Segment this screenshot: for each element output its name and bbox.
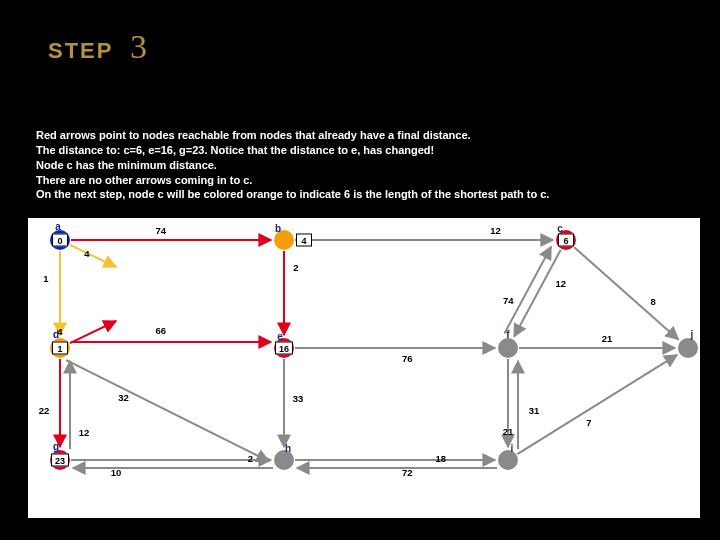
edge-weight-e-f: 76 xyxy=(402,353,413,364)
edge-weight-d-h: 32 xyxy=(118,391,129,402)
node-label-a: a xyxy=(55,221,61,232)
node-label-c: c xyxy=(557,223,563,234)
edge-weight-a-d: 1 xyxy=(43,272,48,283)
edge-weight-h-g: 2 xyxy=(248,453,253,464)
edge-weight-i-f: 31 xyxy=(529,404,540,415)
edge-d-h xyxy=(66,360,269,461)
edge-weight-f-i: 21 xyxy=(503,425,514,436)
edge-weight-h-i: 72 xyxy=(402,467,413,478)
desc-line: There are no other arrows coming in to c… xyxy=(36,173,696,188)
edge-weight-d-e: 66 xyxy=(156,325,167,336)
step-number: 3 xyxy=(130,28,147,66)
node-dist-d: 1 xyxy=(52,342,68,355)
node-label-j: j xyxy=(691,329,694,340)
edge-a-e xyxy=(70,245,116,267)
edge-weight-d-g: 22 xyxy=(39,404,50,415)
edge-weight-e-h: 33 xyxy=(293,393,304,404)
desc-line: Red arrows point to nodes reachable from… xyxy=(36,128,696,143)
edge-weight-a-e: 4 xyxy=(84,247,89,258)
graph-edges xyxy=(28,218,700,518)
edge-weight-c-f: 12 xyxy=(556,278,567,289)
edge-weight-f-c: 74 xyxy=(503,295,514,306)
node-dist-e: 16 xyxy=(275,342,293,355)
edge-weight-i-j: 7 xyxy=(586,416,591,427)
edge-weight-g-h: 10 xyxy=(111,467,122,478)
step-label: STEP xyxy=(48,38,113,64)
edge-f-c xyxy=(504,247,551,334)
desc-line: Node c has the minimum distance. xyxy=(36,158,696,173)
edge-weight-f-j: 21 xyxy=(602,333,613,344)
node-label-g: g xyxy=(53,441,59,452)
node-i xyxy=(498,450,518,470)
edge-weight-i-h: 18 xyxy=(436,453,447,464)
edge-weight-g-d: 12 xyxy=(79,427,90,438)
node-dist-a: 0 xyxy=(52,234,68,247)
node-dist-g: 23 xyxy=(51,454,69,467)
node-label-i: i xyxy=(511,443,514,454)
node-label-e: e xyxy=(277,331,283,342)
slide-header: STEP 3 xyxy=(0,0,720,100)
edge-weight-c-j: 8 xyxy=(651,295,656,306)
node-label-b: b xyxy=(275,223,281,234)
node-j xyxy=(678,338,698,358)
edge-weight-b-c: 12 xyxy=(490,225,501,236)
desc-line: The distance to: c=6, e=16, g=23. Notice… xyxy=(36,143,696,158)
description-block: Red arrows point to nodes reachable from… xyxy=(36,128,696,202)
edge-c-f xyxy=(514,250,561,337)
desc-line: On the next step, node c will be colored… xyxy=(36,187,696,202)
node-f xyxy=(498,338,518,358)
node-dist-b: 4 xyxy=(296,234,312,247)
edge-weight-b-e: 2 xyxy=(293,262,298,273)
node-label-d: d xyxy=(53,329,59,340)
node-label-h: h xyxy=(285,443,291,454)
edge-d-b xyxy=(70,321,116,343)
edge-c-j xyxy=(574,247,678,339)
node-label-f: f xyxy=(506,329,509,340)
node-dist-c: 6 xyxy=(558,234,574,247)
edge-weight-a-b: 74 xyxy=(156,225,167,236)
edge-i-j xyxy=(517,355,677,454)
graph-canvas: a0b4c6d1e16fg23hij7414122128466223276337… xyxy=(28,218,700,518)
